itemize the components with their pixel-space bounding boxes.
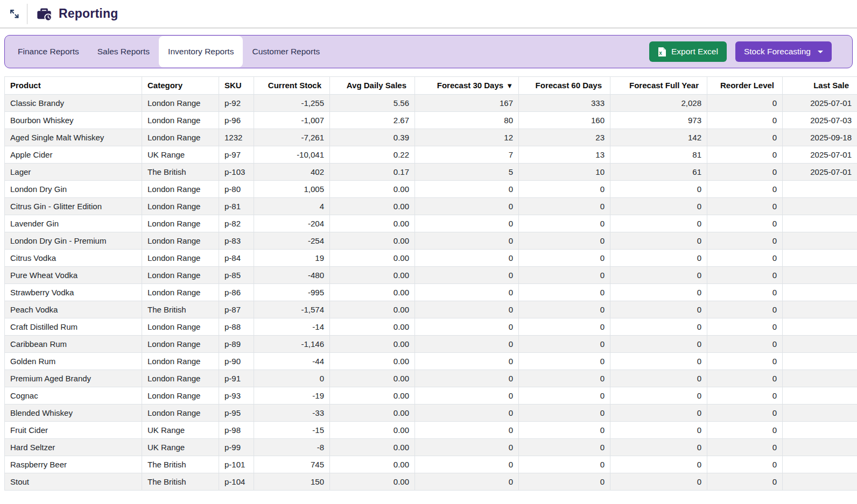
cell-current-stock: -1,146 — [254, 336, 330, 353]
cell-forecast-30-days: 0 — [415, 301, 519, 318]
table-header: Product Category SKU Current Stock Avg D… — [5, 77, 857, 95]
cell-last-sale — [783, 473, 857, 491]
excel-file-icon: x — [658, 47, 666, 57]
cell-last-sale: 2025-07-01 — [783, 146, 857, 164]
cell-product: Cognac — [5, 387, 142, 404]
reports-tab-bar: Finance Reports Sales Reports Inventory … — [4, 35, 853, 68]
cell-product: Pure Wheat Vodka — [5, 267, 142, 284]
cell-avg-daily-sales: 0.00 — [330, 198, 415, 215]
cell-forecast-30-days: 80 — [415, 112, 519, 129]
cell-forecast-30-days: 0 — [415, 318, 519, 336]
tab-finance-reports[interactable]: Finance Reports — [9, 36, 88, 67]
col-header-current-stock[interactable]: Current Stock — [254, 77, 330, 95]
tab-actions: x Export Excel Stock Forecasting — [649, 36, 832, 68]
table-row: Pure Wheat Vodka London Range p-85 -480 … — [5, 267, 857, 284]
cell-reorder-level: 0 — [707, 232, 783, 250]
cell-forecast-60-days: 0 — [519, 301, 610, 318]
cell-reorder-level: 0 — [707, 336, 783, 353]
cell-reorder-level: 0 — [707, 215, 783, 232]
cell-product: Classic Brandy — [5, 95, 142, 112]
cell-avg-daily-sales: 0.00 — [330, 439, 415, 456]
col-header-sku[interactable]: SKU — [219, 77, 254, 95]
stock-forecasting-label: Stock Forecasting — [744, 47, 811, 56]
cell-forecast-full-year: 81 — [610, 146, 707, 164]
stock-forecasting-button[interactable]: Stock Forecasting — [735, 41, 832, 62]
cell-avg-daily-sales: 0.22 — [330, 146, 415, 164]
col-header-forecast-30-days[interactable]: Forecast 30 Days▼ — [415, 77, 519, 95]
cell-forecast-30-days: 0 — [415, 250, 519, 267]
cell-forecast-full-year: 0 — [610, 439, 707, 456]
cell-forecast-60-days: 0 — [519, 250, 610, 267]
cell-current-stock: -480 — [254, 267, 330, 284]
table-row: Blended Whiskey London Range p-95 -33 0.… — [5, 404, 857, 422]
cell-sku: p-95 — [219, 404, 254, 422]
topbar-divider — [27, 4, 27, 24]
cell-forecast-60-days: 0 — [519, 370, 610, 387]
cell-reorder-level: 0 — [707, 95, 783, 112]
export-excel-button[interactable]: x Export Excel — [649, 41, 727, 62]
cell-forecast-30-days: 0 — [415, 198, 519, 215]
col-header-category[interactable]: Category — [142, 77, 219, 95]
cell-forecast-30-days: 0 — [415, 232, 519, 250]
table-row: Peach Vodka The British p-87 -1,574 0.00… — [5, 301, 857, 318]
col-header-forecast-60-days[interactable]: Forecast 60 Days — [519, 77, 610, 95]
cell-forecast-60-days: 23 — [519, 129, 610, 146]
table-row: Fruit Cider UK Range p-98 -15 0.00 0 0 0… — [5, 422, 857, 439]
cell-product: Craft Distilled Rum — [5, 318, 142, 336]
col-label: SKU — [224, 81, 242, 90]
col-label: Forecast 30 Days — [437, 81, 503, 90]
cell-sku: p-93 — [219, 387, 254, 404]
col-header-product[interactable]: Product — [5, 77, 142, 95]
cell-forecast-full-year: 973 — [610, 112, 707, 129]
tab-sales-reports[interactable]: Sales Reports — [88, 36, 159, 67]
cell-current-stock: 19 — [254, 250, 330, 267]
cell-reorder-level: 0 — [707, 112, 783, 129]
cell-current-stock: -44 — [254, 353, 330, 370]
col-label: Current Stock — [268, 81, 321, 90]
tab-customer-reports[interactable]: Customer Reports — [243, 36, 329, 67]
cell-product: Lager — [5, 164, 142, 181]
top-bar: Reporting — [0, 0, 857, 29]
col-header-reorder-level[interactable]: Reorder Level — [707, 77, 783, 95]
cell-reorder-level: 0 — [707, 129, 783, 146]
cell-category: London Range — [142, 198, 219, 215]
tab-inventory-reports[interactable]: Inventory Reports — [159, 36, 243, 67]
header-row: Product Category SKU Current Stock Avg D… — [5, 77, 857, 95]
table-row: Golden Rum London Range p-90 -44 0.00 0 … — [5, 353, 857, 370]
cell-forecast-full-year: 142 — [610, 129, 707, 146]
cell-category: London Range — [142, 284, 219, 301]
expand-icon[interactable] — [6, 6, 23, 22]
cell-reorder-level: 0 — [707, 301, 783, 318]
cell-last-sale — [783, 284, 857, 301]
cell-forecast-60-days: 160 — [519, 112, 610, 129]
cell-product: Stout — [5, 473, 142, 491]
cell-sku: p-84 — [219, 250, 254, 267]
cell-forecast-30-days: 0 — [415, 336, 519, 353]
cell-forecast-60-days: 0 — [519, 439, 610, 456]
cell-avg-daily-sales: 0.00 — [330, 267, 415, 284]
col-header-avg-daily-sales[interactable]: Avg Daily Sales — [330, 77, 415, 95]
cell-current-stock: -19 — [254, 387, 330, 404]
cell-category: London Range — [142, 232, 219, 250]
cell-avg-daily-sales: 0.00 — [330, 318, 415, 336]
cell-forecast-full-year: 0 — [610, 284, 707, 301]
cell-sku: p-87 — [219, 301, 254, 318]
cell-forecast-30-days: 5 — [415, 164, 519, 181]
svg-text:x: x — [659, 49, 662, 55]
cell-current-stock: -995 — [254, 284, 330, 301]
cell-forecast-full-year: 0 — [610, 336, 707, 353]
cell-current-stock: 0 — [254, 370, 330, 387]
cell-forecast-full-year: 0 — [610, 198, 707, 215]
cell-forecast-60-days: 0 — [519, 181, 610, 198]
cell-avg-daily-sales: 0.39 — [330, 129, 415, 146]
briefcase-clock-icon — [36, 6, 52, 22]
cell-category: London Range — [142, 387, 219, 404]
cell-current-stock: 4 — [254, 198, 330, 215]
cell-sku: 1232 — [219, 129, 254, 146]
cell-forecast-30-days: 0 — [415, 422, 519, 439]
cell-sku: p-96 — [219, 112, 254, 129]
col-header-forecast-full-year[interactable]: Forecast Full Year — [610, 77, 707, 95]
cell-category: London Range — [142, 95, 219, 112]
col-header-last-sale[interactable]: Last Sale — [783, 77, 857, 95]
cell-last-sale — [783, 336, 857, 353]
